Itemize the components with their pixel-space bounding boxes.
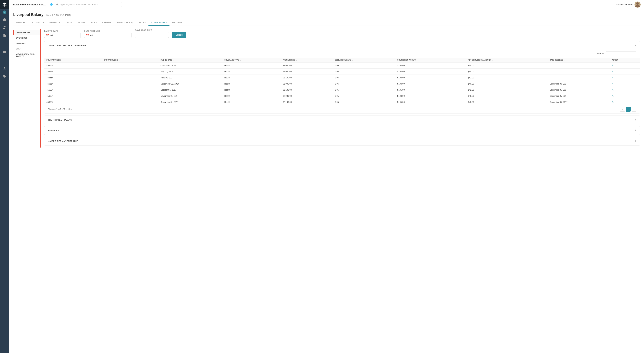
cell-commission-rate: 0.05 <box>333 62 395 69</box>
col-header-coverage-type[interactable]: COVERAGE TYPE ↕ <box>222 58 281 62</box>
sidebar-item-inbox[interactable] <box>0 48 9 56</box>
cell-policy-number: 456654 <box>44 93 102 99</box>
edit-icon[interactable]: ✎ <box>612 76 614 79</box>
sidebar-item-home[interactable] <box>0 15 9 23</box>
cell-premium-paid: $2,100.00 <box>281 87 333 93</box>
sub-navigation: COMMISSIONS OVERRIDES BONUSES SPLIT VIEW… <box>13 29 40 148</box>
col-header-paid-to-date[interactable]: PAID TO DATE ↕ <box>158 58 222 62</box>
subnav-overrides[interactable]: OVERRIDES <box>13 35 40 41</box>
section-expand-icon-kaiser[interactable]: + <box>634 139 636 143</box>
section-title-united: UNITED HEALTHCARE CALIFORNIA <box>48 44 87 47</box>
cell-paid-to-date: June 01, 2017 <box>158 75 222 81</box>
col-header-group-number[interactable]: GROUP NUMBER ↕ <box>102 58 158 62</box>
section-kaiser: KAISER PERMANENTE HMO + <box>44 137 640 145</box>
edit-icon[interactable]: ✎ <box>612 89 614 91</box>
col-header-date-received[interactable]: DATE RECEIVED ↕ <box>548 58 610 62</box>
sidebar-item-clients[interactable] <box>0 23 9 31</box>
col-header-policy-number[interactable]: POLICY NUMBER ↕ <box>44 58 102 62</box>
global-search[interactable]: Type anywhere to search in NextBroker <box>54 2 122 7</box>
tab-commissions[interactable]: COMMISSIONS <box>148 20 170 26</box>
col-header-action: ACTION <box>610 58 640 62</box>
cell-premium-paid: $2,100.00 <box>281 99 333 105</box>
tab-census[interactable]: CENSUS <box>100 20 114 26</box>
tab-sales[interactable]: SALES <box>136 20 148 26</box>
edit-icon[interactable]: ✎ <box>612 101 614 103</box>
filter-row: PAID TO DATE 📅 DATE RECEIVED 📅 <box>44 29 640 38</box>
section-header-sample1[interactable]: SAMPLE 1 + <box>44 126 640 135</box>
sidebar-item-list[interactable] <box>0 56 9 64</box>
cell-coverage-type: Health <box>222 62 281 69</box>
tab-nextmail[interactable]: NEXTMAIL <box>170 20 186 26</box>
cell-action: ✎ <box>610 75 640 81</box>
section-header-kaiser[interactable]: KAISER PERMANENTE HMO + <box>44 137 640 145</box>
section-header-united[interactable]: UNITED HEALTHCARE CALIFORNIA × <box>44 41 640 50</box>
table-row: 456654 September 01, 2017 Health $2,000.… <box>44 81 640 87</box>
table-row: 456654 December 01, 2017 Health $2,100.0… <box>44 99 640 105</box>
sidebar-collapse-toggle[interactable]: › <box>0 9 9 15</box>
section-expand-icon-sample1[interactable]: + <box>634 129 636 132</box>
cell-group-number <box>102 69 158 75</box>
subnav-bonuses[interactable]: BONUSES <box>13 41 40 46</box>
avatar[interactable] <box>634 1 640 8</box>
tab-benefits[interactable]: BENEFITS <box>47 20 63 26</box>
table-search-input[interactable] <box>606 51 636 56</box>
subnav-commissions[interactable]: COMMISSIONS <box>13 30 40 35</box>
sidebar-item-analytics[interactable] <box>0 40 9 48</box>
page-title: Liverpool Bakery <box>13 12 44 17</box>
date-received-input-wrapper: 📅 <box>84 33 132 38</box>
subnav-split[interactable]: SPLIT <box>13 46 40 51</box>
cell-group-number <box>102 87 158 93</box>
paid-to-date-input[interactable] <box>50 34 79 36</box>
cell-date-received: December 05, 2017 <box>548 81 610 87</box>
edit-icon[interactable]: ✎ <box>612 82 614 85</box>
cell-commission-rate: 0.05 <box>333 99 395 105</box>
col-header-net-commission-amount[interactable]: NET COMMISSION AMOUNT ↕ <box>466 58 548 62</box>
cell-policy-number: 456654 <box>44 75 102 81</box>
globe-icon[interactable]: 🌐 <box>50 3 53 6</box>
tab-bar: SUMMARY CONTACTS BENEFITS TASKS NOTES FI… <box>13 20 640 26</box>
svg-point-0 <box>4 26 5 27</box>
sidebar-item-contacts[interactable] <box>0 64 9 72</box>
section-expand-icon-protect[interactable]: + <box>634 118 636 122</box>
layout: COMMISSIONS OVERRIDES BONUSES SPLIT VIEW… <box>13 29 640 148</box>
pagination-info: Showing 1 to 7 of 7 entries <box>48 108 72 110</box>
upload-button[interactable]: Upload <box>172 32 186 38</box>
col-header-premium-paid[interactable]: PREMIUM PAID ↕ <box>281 58 333 62</box>
cell-paid-to-date: September 01, 2017 <box>158 81 222 87</box>
tab-contacts[interactable]: CONTACTS <box>30 20 47 26</box>
svg-point-14 <box>636 2 639 5</box>
edit-icon[interactable]: ✎ <box>612 64 614 67</box>
subnav-view-hidden-sub-agents[interactable]: VIEW HIDDEN SUB-AGENTS <box>13 51 40 59</box>
cell-premium-paid: $2,000.00 <box>281 62 333 69</box>
col-header-commission-rate[interactable]: COMMISSION RATE ↕ <box>333 58 395 62</box>
tab-tasks[interactable]: TASKS <box>63 20 75 26</box>
user-section: Sherlock Holmes <box>616 1 640 8</box>
section-collapse-icon-united[interactable]: × <box>634 44 636 47</box>
pagination-next[interactable]: › <box>632 107 636 112</box>
pagination-page-1[interactable]: 1 <box>626 107 630 112</box>
section-header-protect[interactable]: THE PROTECT PLANS + <box>44 116 640 124</box>
cell-date-received: December 05, 2017 <box>548 99 610 105</box>
cell-premium-paid: $2,100.00 <box>281 75 333 81</box>
date-received-input[interactable] <box>90 34 130 36</box>
pagination: Showing 1 to 7 of 7 entries ‹ 1 › <box>44 105 640 113</box>
col-header-commission-amount[interactable]: COMMISSION AMOUNT ↕ <box>395 58 466 62</box>
tab-notes[interactable]: NOTES <box>75 20 88 26</box>
tab-employees[interactable]: EMPLOYEES (0) <box>114 20 136 26</box>
cell-net-commission-amount: $42.00 <box>466 75 548 81</box>
cell-commission-rate: 0.05 <box>333 93 395 99</box>
cell-date-received: December 05, 2017 <box>548 93 610 99</box>
tab-summary[interactable]: SUMMARY <box>13 20 30 26</box>
pagination-prev[interactable]: ‹ <box>620 107 625 112</box>
sidebar-item-documents[interactable] <box>0 31 9 40</box>
cell-net-commission-amount: $40.00 <box>466 69 548 75</box>
app-logo[interactable] <box>0 0 9 9</box>
cell-policy-number: 456654 <box>44 69 102 75</box>
edit-icon[interactable]: ✎ <box>612 70 614 73</box>
coverage-type-input[interactable] <box>135 32 169 38</box>
edit-icon[interactable]: ✎ <box>612 95 614 97</box>
cell-action: ✎ <box>610 93 640 99</box>
sidebar-item-tags[interactable] <box>0 72 9 80</box>
tab-files[interactable]: FILES <box>88 20 100 26</box>
cell-coverage-type: Health <box>222 75 281 81</box>
